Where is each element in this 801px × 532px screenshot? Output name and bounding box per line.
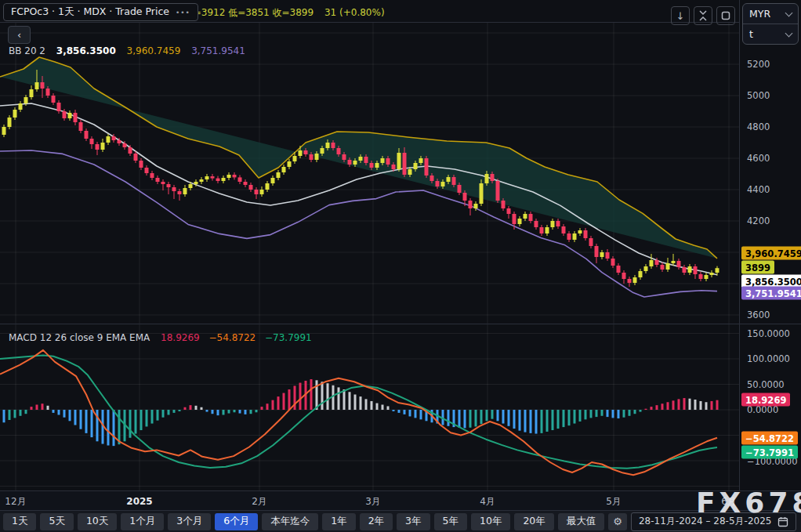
macd-histogram-bar xyxy=(382,405,384,411)
range-button-2年[interactable]: 2年 xyxy=(360,513,393,530)
range-button-10天[interactable]: 10天 xyxy=(78,513,117,530)
macd-indicator-legend[interactable]: MACD 12 26 close 9 EMA EMA 18.9269 −54.8… xyxy=(9,332,312,343)
range-button-3年[interactable]: 3年 xyxy=(397,513,429,530)
macd-histogram-bar xyxy=(475,410,477,426)
macd-histogram-bar xyxy=(711,401,713,410)
chevron-down-icon xyxy=(785,9,793,16)
date-range-picker[interactable]: 28-11月-2024 – 28-5月-2025 xyxy=(631,512,796,531)
macd-histogram-bar xyxy=(146,410,148,426)
range-button-20年[interactable]: 20年 xyxy=(514,513,553,530)
candle-body xyxy=(507,208,511,214)
price-tick: 4600 xyxy=(747,153,770,164)
axis-pane-divider xyxy=(740,324,801,324)
macd-histogram-bar xyxy=(420,410,422,419)
candle-body xyxy=(419,158,423,163)
candle-body xyxy=(46,89,50,96)
price-chart-canvas[interactable] xyxy=(0,0,739,490)
price-axis[interactable]: MYR t 52005000480046004400420036003,960.… xyxy=(739,0,801,490)
scroll-down-button[interactable]: ↓ xyxy=(671,6,690,25)
macd-histogram-bar xyxy=(129,410,132,438)
macd-histogram-bar xyxy=(502,410,505,424)
macd-histogram-bar xyxy=(327,383,329,410)
maximize-icon xyxy=(721,11,730,20)
symbol-tab[interactable]: FCPOc3 · 1天 · MDX · Trade Price ••• xyxy=(3,3,198,21)
candle-body xyxy=(381,158,385,163)
range-button-3个月[interactable]: 3个月 xyxy=(168,513,211,530)
macd-line-value: −54.8722 xyxy=(209,332,256,343)
range-button-10年[interactable]: 10年 xyxy=(471,513,510,530)
macd-histogram-bar xyxy=(223,410,225,415)
macd-histogram-bar xyxy=(469,410,472,428)
candle-body xyxy=(118,140,121,143)
macd-histogram-bar xyxy=(58,410,60,415)
collapse-pane-button[interactable] xyxy=(694,6,712,25)
range-settings-button[interactable]: ⚙ xyxy=(608,513,627,530)
candle-body xyxy=(107,136,111,143)
candle-body xyxy=(249,185,253,190)
change-value: 31 (+0.80%) xyxy=(324,7,385,18)
candle-body xyxy=(491,174,495,181)
more-options-icon[interactable]: ••• xyxy=(176,9,190,16)
candle-body xyxy=(156,178,160,182)
time-label-6月: 6月 xyxy=(721,494,737,508)
macd-histogram-bar xyxy=(387,406,390,410)
candle-body xyxy=(96,144,100,150)
macd-histogram-bar xyxy=(486,410,488,421)
macd-histogram-bar xyxy=(541,410,543,433)
candle-body xyxy=(425,158,429,176)
macd-histogram-bar xyxy=(404,410,406,414)
bb-indicator-legend[interactable]: BB 20 2 3,856.3500 3,960.7459 3,751.9541 xyxy=(9,45,245,56)
macd-histogram-bar xyxy=(656,405,658,410)
macd-histogram-bar xyxy=(212,410,214,414)
macd-histogram-bar xyxy=(546,410,549,432)
candle-body xyxy=(321,148,324,154)
time-label-2025: 2025 xyxy=(126,496,152,507)
maximize-pane-button[interactable] xyxy=(716,6,735,25)
candle-body xyxy=(255,190,259,194)
candle-body xyxy=(392,165,396,169)
candle-body xyxy=(573,233,577,240)
date-range-text: 28-11月-2024 – 28-5月-2025 xyxy=(639,515,771,528)
range-button-本年迄今[interactable]: 本年迄今 xyxy=(262,513,318,530)
range-button-6个月[interactable]: 6个月 xyxy=(215,513,258,530)
candle-body xyxy=(8,118,12,127)
candle-body xyxy=(293,156,297,161)
candle-body xyxy=(129,147,132,154)
candle-body xyxy=(589,238,593,246)
macd-histogram-bar xyxy=(343,389,346,410)
price-tag: 3899 xyxy=(741,261,774,274)
range-button-1年[interactable]: 1年 xyxy=(322,513,355,530)
macd-histogram-bar xyxy=(667,402,669,410)
macd-histogram-bar xyxy=(299,383,302,410)
time-axis[interactable]: 12月20252月3月4月5月6月 xyxy=(0,490,801,511)
back-button[interactable]: ‹ xyxy=(8,26,31,44)
candle-body xyxy=(458,185,462,193)
macd-histogram-bar xyxy=(14,410,16,418)
macd-histogram-bar xyxy=(568,410,571,425)
candle-body xyxy=(639,271,643,277)
candle-body xyxy=(68,113,72,118)
range-button-1个月[interactable]: 1个月 xyxy=(121,513,164,530)
candle-body xyxy=(364,157,368,163)
macd-histogram-bar xyxy=(234,410,236,412)
candle-body xyxy=(496,181,500,201)
macd-histogram-bar xyxy=(91,410,93,437)
range-button-5年[interactable]: 5年 xyxy=(434,513,467,530)
currency-dropdown[interactable]: MYR xyxy=(743,4,798,24)
candle-body xyxy=(386,158,390,165)
candle-body xyxy=(194,182,198,184)
candle-body xyxy=(414,163,418,169)
macd-histogram-bar xyxy=(672,400,675,410)
macd-histogram-bar xyxy=(47,406,49,410)
macd-histogram-bar xyxy=(288,389,291,410)
currency-unit-selector: MYR t xyxy=(742,3,799,45)
unit-dropdown[interactable]: t xyxy=(743,24,798,44)
candle-body xyxy=(611,259,615,266)
range-button-1天[interactable]: 1天 xyxy=(3,513,36,530)
candle-body xyxy=(513,214,516,224)
macd-histogram-bar xyxy=(354,395,357,411)
macd-histogram-bar xyxy=(261,407,263,410)
range-button-最大值[interactable]: 最大值 xyxy=(558,513,605,530)
unit-value: t xyxy=(749,28,753,40)
range-button-5天[interactable]: 5天 xyxy=(40,513,73,530)
